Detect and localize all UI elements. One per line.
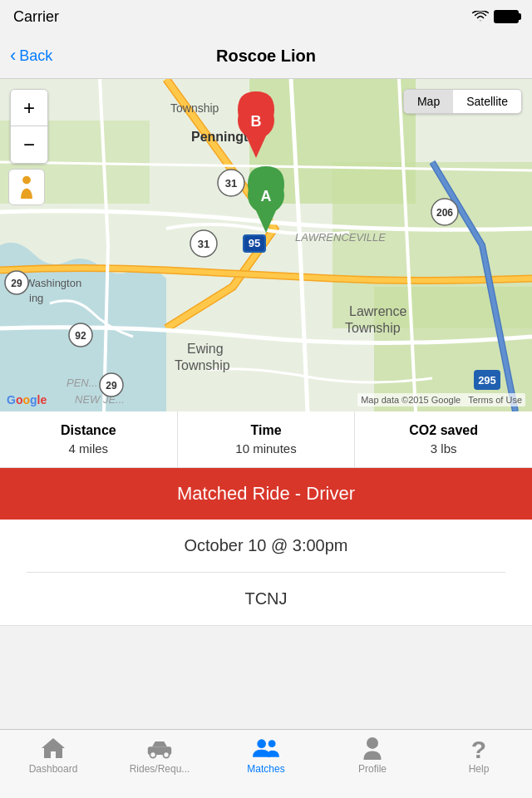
time-value: 10 minutes [186,441,347,456]
question-icon: ? [466,736,492,760]
tab-profile-label: Profile [358,763,387,775]
svg-text:Ewing: Ewing [187,342,224,356]
co2-value: 3 lbs [363,441,524,456]
zoom-out-button[interactable]: − [11,126,47,163]
satellite-btn[interactable]: Satellite [453,90,521,113]
tab-profile[interactable]: Profile [319,735,426,775]
tab-dashboard[interactable]: Dashboard [0,735,106,775]
person-location-button[interactable] [8,169,45,205]
svg-text:?: ? [471,736,486,761]
svg-text:PEN...: PEN... [66,377,98,389]
co2-label: CO2 saved [363,423,524,438]
status-bar: Carrier [0,0,532,33]
svg-text:Washington: Washington [25,277,81,289]
divider [27,572,505,573]
car-icon [146,736,173,760]
svg-text:206: 206 [436,207,453,219]
zoom-in-button[interactable]: + [11,90,47,126]
tab-help[interactable]: ? Help [426,735,532,775]
stats-bar: Distance 4 miles Time 10 minutes CO2 sav… [0,411,532,468]
map-btn[interactable]: Map [404,90,453,113]
svg-text:LAWRENCEVILLE: LAWRENCEVILLE [295,231,386,244]
status-icons [472,10,519,23]
people-icon [253,736,279,760]
svg-point-43 [367,737,378,749]
zoom-controls[interactable]: + − [10,89,48,164]
svg-point-37 [22,176,31,185]
svg-text:31: 31 [198,238,209,250]
nav-bar: ‹ Back Roscoe Lion [0,33,532,79]
svg-point-41 [257,739,266,748]
svg-text:Township: Township [345,321,401,335]
svg-text:Township: Township [170,101,219,115]
ride-location: TCNJ [0,589,532,608]
svg-text:Lawrence: Lawrence [349,304,406,318]
tab-help-label: Help [469,763,490,775]
svg-text:B: B [251,113,262,130]
back-button[interactable]: ‹ Back [10,47,52,65]
back-chevron-icon: ‹ [10,47,16,65]
battery-icon [494,10,519,23]
svg-text:A: A [261,188,272,204]
carrier-text: Carrier [13,8,59,26]
matched-banner[interactable]: Matched Ride - Driver [0,468,532,520]
distance-label: Distance [8,423,169,438]
back-label: Back [19,47,52,65]
svg-point-40 [163,751,169,757]
svg-text:Township: Township [175,358,230,372]
home-icon [40,736,66,760]
map-container: Township Pennington LAWRENCEVILLE Washin… [0,79,532,411]
tab-matches-label: Matches [247,763,284,775]
svg-point-42 [268,740,276,747]
content-area: October 10 @ 3:00pm TCNJ [0,520,532,626]
svg-text:95: 95 [249,237,260,249]
svg-point-39 [150,751,155,757]
map-type-toggle[interactable]: Map Satellite [403,89,522,114]
matched-banner-text: Matched Ride - Driver [177,483,355,504]
time-label: Time [186,423,347,438]
svg-text:29: 29 [11,278,22,289]
tab-rides[interactable]: Rides/Requ... [106,735,213,775]
svg-text:ing: ing [29,292,43,304]
google-logo: Google [7,393,47,406]
svg-text:31: 31 [225,177,237,190]
svg-text:295: 295 [478,374,496,387]
svg-text:29: 29 [106,380,117,392]
stat-distance: Distance 4 miles [0,411,178,467]
stat-co2: CO2 saved 3 lbs [355,411,532,467]
stat-time: Time 10 minutes [178,411,356,467]
wifi-icon [472,11,489,22]
profile-icon [359,736,386,760]
tab-bar: Dashboard Rides/Requ... Matches [0,729,532,798]
tab-matches[interactable]: Matches [213,735,319,775]
person-icon [15,175,38,199]
distance-value: 4 miles [8,441,169,456]
page-title: Roscoe Lion [216,47,316,66]
tab-rides-label: Rides/Requ... [130,763,190,775]
map-attribution: Map data ©2015 Google Terms of Use [357,393,525,406]
map-svg: Township Pennington LAWRENCEVILLE Washin… [0,79,532,411]
ride-date: October 10 @ 3:00pm [0,536,532,555]
svg-text:92: 92 [75,330,86,342]
tab-dashboard-label: Dashboard [29,763,78,775]
